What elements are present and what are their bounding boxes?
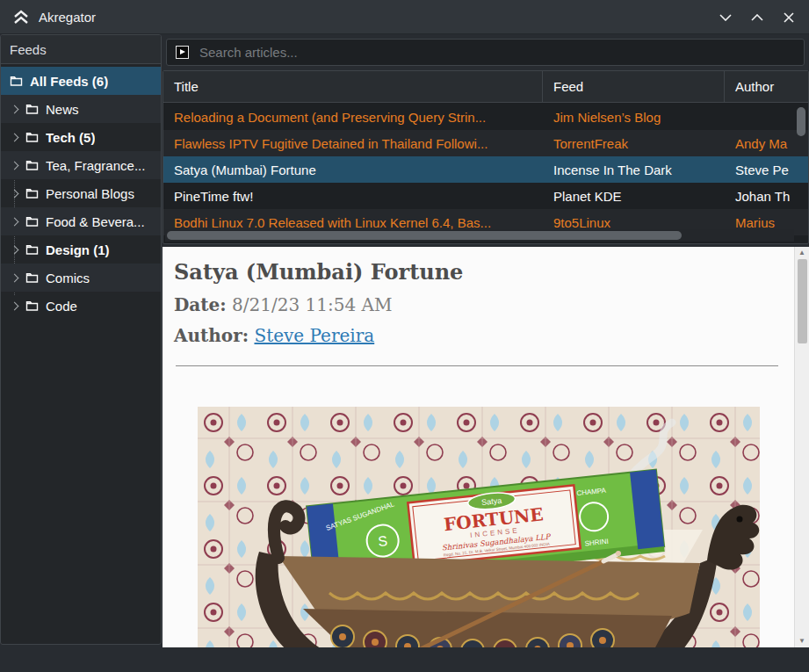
sidebar-item-design[interactable]: Design (1) (1, 235, 161, 264)
sidebar-item-code[interactable]: Code (1, 292, 161, 320)
article-list-vertical-scrollbar[interactable] (797, 107, 805, 239)
folder-icon (25, 244, 39, 256)
article-list-horizontal-scrollbar[interactable] (165, 229, 794, 242)
scroll-down-icon[interactable]: ▼ (798, 635, 805, 647)
chevron-right-icon[interactable] (11, 189, 19, 198)
article-author-line: Author: Steve Pereira (174, 325, 783, 346)
table-row[interactable]: Flawless IPTV Fugitive Detained in Thail… (163, 130, 808, 156)
sidebar-item-news[interactable]: News (1, 95, 161, 123)
table-row-selected[interactable]: Satya (Mumbai) Fortune Incense In The Da… (163, 156, 808, 183)
column-header-author[interactable]: Author (725, 71, 793, 102)
chevron-right-icon[interactable] (11, 133, 19, 141)
search-bar (166, 39, 805, 66)
feeds-header: Feeds (1, 35, 161, 64)
article-author-cell (725, 104, 793, 130)
sidebar-item-personal-blogs[interactable]: Personal Blogs (1, 179, 161, 207)
article-content: Satya (Mumbai) Fortune Date: 8/21/23 11:… (163, 247, 809, 366)
feed-folder-label: Tech (5) (46, 130, 95, 145)
chevron-right-icon[interactable] (11, 273, 19, 282)
sidebar-item-tech[interactable]: Tech (5) (1, 123, 161, 151)
article-feed-cell: Jim Nielsen’s Blog (543, 104, 725, 130)
minimize-icon[interactable] (714, 6, 737, 29)
table-row[interactable]: PineTime ftw! Planet KDE Johan Th (163, 183, 808, 209)
feed-tree: All Feeds (6) News Tech (5) Tea, Fragran… (1, 64, 161, 320)
sidebar-item-tea-fragrance[interactable]: Tea, Fragrance... (1, 151, 161, 179)
sidebar-item-food-beverage[interactable]: Food & Bevera... (1, 207, 161, 235)
article-feed-cell: Planet KDE (543, 183, 725, 209)
window-controls (714, 0, 800, 34)
article-title-cell: Flawless IPTV Fugitive Detained in Thail… (163, 130, 543, 156)
chevron-right-icon[interactable] (11, 105, 19, 113)
folder-icon (25, 104, 39, 115)
folder-icon (25, 300, 39, 312)
incense-photo-illustration: S SATYAS SUGANDHAL CHAMPA SHRINI Satya F… (198, 407, 760, 647)
chevron-right-icon[interactable] (11, 217, 19, 226)
search-input[interactable] (199, 45, 762, 60)
scrollbar-thumb[interactable] (797, 107, 805, 136)
feed-folder-label: Tea, Fragrance... (46, 158, 145, 173)
article-rows: Reloading a Document (and Preserving Que… (163, 104, 808, 243)
folder-icon (25, 160, 39, 171)
scrollbar-thumb[interactable] (167, 231, 682, 240)
scrollbar-track[interactable] (795, 259, 809, 635)
article-viewer: Satya (Mumbai) Fortune Date: 8/21/23 11:… (163, 247, 809, 647)
divider (176, 365, 778, 366)
feed-folder-label: Code (46, 299, 77, 314)
article-date-line: Date: 8/21/23 11:54 AM (174, 294, 783, 315)
folder-icon (25, 132, 39, 143)
table-row[interactable]: Reloading a Document (and Preserving Que… (163, 104, 808, 130)
article-viewer-scrollbar[interactable]: ▲ ▼ (794, 247, 809, 647)
feeds-sidebar: Feeds All Feeds (6) News Tech (5) Tea, F… (0, 34, 162, 645)
date-label: Date: (174, 294, 227, 315)
folder-icon (25, 272, 39, 284)
chevron-right-icon[interactable] (11, 301, 19, 310)
article-list: Title Feed Author Reloading a Document (… (163, 70, 809, 244)
feed-folder-label: All Feeds (6) (30, 74, 108, 89)
search-filter-icon (176, 46, 189, 59)
sidebar-item-all-feeds[interactable]: All Feeds (6) (1, 67, 161, 95)
article-feed-cell: TorrentFreak (543, 130, 725, 156)
column-header-feed[interactable]: Feed (543, 71, 725, 102)
article-author-cell: Andy Ma (725, 130, 793, 156)
maximize-icon[interactable] (746, 6, 769, 29)
article-title-cell: Reloading a Document (and Preserving Que… (163, 104, 543, 130)
chevron-right-icon[interactable] (11, 161, 19, 170)
folder-icon (10, 76, 23, 87)
column-header-title[interactable]: Title (163, 71, 543, 102)
svg-text:S: S (378, 533, 388, 549)
feed-folder-label: Personal Blogs (46, 186, 134, 201)
article-feed-cell: Incense In The Dark (543, 156, 725, 183)
folder-icon (25, 188, 39, 199)
feed-folder-label: Comics (46, 271, 90, 285)
scrollbar-thumb[interactable] (798, 259, 807, 343)
feed-folder-label: News (46, 102, 79, 117)
titlebar: Akregator (0, 0, 809, 34)
author-link[interactable]: Steve Pereira (254, 325, 374, 346)
author-label: Author: (174, 325, 249, 346)
article-author-cell: Steve Pe (725, 156, 793, 183)
akregator-app-icon (12, 9, 30, 25)
folder-icon (25, 216, 39, 228)
scroll-up-icon[interactable]: ▲ (798, 247, 805, 259)
close-icon[interactable] (777, 6, 800, 29)
feed-folder-label: Food & Bevera... (46, 214, 145, 229)
article-title-cell: Satya (Mumbai) Fortune (163, 156, 543, 183)
article-image: S SATYAS SUGANDHAL CHAMPA SHRINI Satya F… (198, 407, 760, 647)
window-title: Akregator (39, 10, 96, 25)
article-list-header: Title Feed Author (163, 71, 808, 103)
article-author-cell: Johan Th (725, 183, 793, 209)
article-title-cell: PineTime ftw! (163, 183, 543, 209)
feed-folder-label: Design (1) (46, 242, 110, 257)
article-heading: Satya (Mumbai) Fortune (174, 259, 783, 285)
chevron-right-icon[interactable] (11, 245, 19, 254)
sidebar-item-comics[interactable]: Comics (1, 264, 161, 292)
date-value: 8/21/23 11:54 AM (232, 294, 392, 315)
